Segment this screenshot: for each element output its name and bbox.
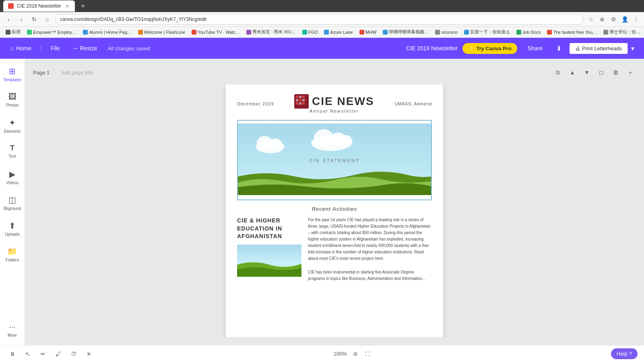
grid-view-button[interactable]: ⊞ bbox=[350, 349, 361, 359]
hero-image[interactable]: CIE STATEMENT bbox=[237, 120, 432, 200]
bookmark-alumni[interactable]: Alumni | Home Pag… bbox=[80, 29, 134, 35]
newsletter-logo: CIE NEWS bbox=[294, 94, 374, 109]
bookmark-icon[interactable]: ⊕ bbox=[597, 14, 607, 24]
print-label: Print Letterheads bbox=[582, 45, 622, 51]
new-tab-button[interactable]: + bbox=[78, 1, 88, 11]
star-icon[interactable]: ☆ bbox=[586, 14, 596, 24]
svg-rect-3 bbox=[302, 96, 305, 98]
zoom-info: 100% ⊞ ⛶ bbox=[333, 349, 372, 359]
try-canva-pro-button[interactable]: ⭐ Try Canva Pro bbox=[462, 43, 517, 54]
forward-button[interactable]: › bbox=[16, 14, 27, 25]
print-button[interactable]: 🖨 Print Letterheads bbox=[570, 43, 627, 54]
home-icon: ⌂ bbox=[10, 45, 14, 51]
resize-button[interactable]: ↔ Resize bbox=[69, 43, 101, 54]
sidebar-item-more[interactable]: ··· More bbox=[1, 318, 24, 342]
sidebar-item-folders[interactable]: 📁 Folders bbox=[1, 242, 24, 266]
apps-favicon bbox=[6, 30, 10, 35]
document[interactable]: December 2019 bbox=[226, 84, 443, 337]
download-icon: ⬇ bbox=[556, 45, 561, 52]
close-tool[interactable]: ✕ bbox=[83, 348, 95, 360]
bookmark-empower[interactable]: Empower™ Employ… bbox=[25, 29, 79, 35]
bookmark-mhw[interactable]: MHW bbox=[357, 29, 379, 35]
page-duplicate-icon[interactable]: ◻ bbox=[596, 67, 607, 78]
back-button[interactable]: ‹ bbox=[3, 14, 14, 25]
page-up-icon[interactable]: ▲ bbox=[567, 67, 578, 78]
bookmark-phd[interactable]: 博士学位：你… bbox=[601, 28, 643, 36]
uploads-icon: ⬆ bbox=[9, 221, 16, 230]
main-area: ⊞ Templates 🖼 Photos ✦ Elements T Text ▶… bbox=[0, 59, 644, 345]
file-label: File bbox=[51, 45, 60, 51]
bookmark-fastest[interactable]: The fastest free You… bbox=[545, 29, 599, 35]
pen-tool[interactable]: ✏ bbox=[37, 348, 49, 360]
print-dropdown-button[interactable]: ▾ bbox=[627, 42, 638, 55]
svg-rect-8 bbox=[299, 102, 301, 105]
menu-icon[interactable]: ⋮ bbox=[631, 14, 641, 24]
sidebar-item-background[interactable]: ◫ Bkground bbox=[1, 191, 24, 215]
bookmark-azure[interactable]: Azure Lane bbox=[322, 29, 355, 35]
templates-icon: ⊞ bbox=[9, 66, 16, 76]
more-label: More bbox=[8, 333, 17, 337]
bookmark-xiumi[interactable]: 秀米首页 · 秀米 XIU… bbox=[244, 28, 298, 36]
text-label: Text bbox=[8, 154, 16, 158]
account-icon[interactable]: 👤 bbox=[620, 14, 630, 24]
home-button[interactable]: ⌂ Home bbox=[6, 43, 35, 54]
page-title-input[interactable]: Add page title bbox=[61, 70, 93, 76]
sidebar-item-elements[interactable]: ✦ Elements bbox=[1, 113, 24, 138]
background-icon: ◫ bbox=[8, 195, 16, 205]
print-button-group: 🖨 Print Letterheads ▾ bbox=[570, 42, 638, 55]
azure-favicon bbox=[324, 30, 329, 35]
play-button[interactable]: ⏸ bbox=[6, 348, 19, 360]
bookmark-bilibili[interactable]: 哔哩哔哩弹幕视频… bbox=[380, 28, 431, 36]
mhw-favicon bbox=[359, 30, 364, 35]
sidebar-item-videos[interactable]: ▶ Videos bbox=[1, 165, 24, 189]
timer-tool[interactable]: ⏱ bbox=[68, 348, 80, 360]
bottom-left-tools: ⏸ ↖ ✏ 🖊 ⏱ ✕ bbox=[6, 348, 95, 360]
tab-close-button[interactable]: ✕ bbox=[64, 3, 70, 9]
folders-label: Folders bbox=[6, 258, 19, 262]
empower-favicon bbox=[27, 30, 32, 35]
newsletter-header: December 2019 bbox=[237, 94, 432, 113]
pro-icon: ⭐ bbox=[468, 45, 475, 51]
browser-tab[interactable]: CIE 2019 Newsletter ✕ bbox=[3, 0, 75, 12]
sidebar-item-photos[interactable]: 🖼 Photos bbox=[1, 88, 24, 112]
bookmark-fgo[interactable]: FGO bbox=[300, 29, 320, 35]
tab-favicon bbox=[8, 3, 14, 9]
sidebar-item-templates[interactable]: ⊞ Templates bbox=[1, 62, 24, 86]
print-icon: 🖨 bbox=[575, 45, 580, 51]
share-button[interactable]: Share bbox=[522, 43, 548, 54]
reload-button[interactable]: ↻ bbox=[29, 14, 39, 25]
page-delete-icon[interactable]: 🗑 bbox=[610, 67, 621, 78]
folders-icon: 📁 bbox=[7, 247, 17, 256]
page-copy-icon[interactable]: ⧉ bbox=[552, 67, 564, 78]
sidebar-item-text[interactable]: T Text bbox=[1, 139, 24, 163]
help-button[interactable]: Help ? bbox=[611, 348, 638, 359]
videos-label: Videos bbox=[6, 181, 18, 185]
bookmark-flashline[interactable]: Welcome | FlashLine bbox=[136, 29, 188, 35]
resize-label: Resize bbox=[80, 45, 97, 51]
newsletter-subtitle: Annual Newsletter bbox=[310, 109, 359, 113]
page-down-icon[interactable]: ▼ bbox=[581, 67, 592, 78]
bookmark-youtube[interactable]: YouTube TV · Watc… bbox=[189, 29, 242, 35]
svg-rect-1 bbox=[296, 96, 298, 98]
bookmark-jobdocs[interactable]: Job Docs bbox=[514, 29, 543, 35]
bookmark-baidu[interactable]: 百度一下：你知道么 bbox=[462, 28, 512, 36]
baidu-favicon bbox=[464, 30, 469, 35]
download-button[interactable]: ⬇ bbox=[553, 42, 565, 55]
fullscreen-button[interactable]: ⛶ bbox=[362, 349, 373, 359]
bookmark-niconico[interactable]: niconico bbox=[433, 29, 460, 35]
file-button[interactable]: File bbox=[47, 43, 64, 54]
cursor-tool[interactable]: ↖ bbox=[22, 348, 34, 360]
home-nav-button[interactable]: ⌂ bbox=[42, 14, 52, 25]
page-label: Page 1 bbox=[33, 70, 50, 76]
marker-tool[interactable]: 🖊 bbox=[52, 348, 64, 360]
bookmark-apps[interactable]: 应用 bbox=[3, 28, 23, 36]
address-bar[interactable]: canva.com/design/DADq_cB3-Gw/TO1mqqNohJX… bbox=[55, 14, 584, 25]
bottom-toolbar: ⏸ ↖ ✏ 🖊 ⏱ ✕ 100% ⊞ ⛶ Help ? bbox=[0, 345, 644, 362]
canvas-area: Page 1 · Add page title ⧉ ▲ ▼ ◻ 🗑 + Dec bbox=[25, 59, 644, 345]
page-actions: ⧉ ▲ ▼ ◻ 🗑 + bbox=[552, 67, 636, 78]
logo-section: CIE NEWS Annual Newsletter bbox=[294, 94, 374, 113]
logo-svg bbox=[295, 95, 308, 108]
sidebar-item-uploads[interactable]: ⬆ Uploads bbox=[1, 216, 24, 241]
extensions-icon[interactable]: ⚙ bbox=[609, 14, 618, 24]
page-add-icon[interactable]: + bbox=[625, 67, 636, 78]
